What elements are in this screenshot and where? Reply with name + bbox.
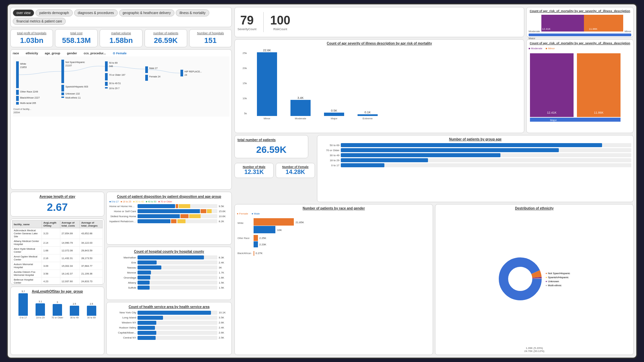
table-row: Albany Medical Center Hospital2.1414,990… <box>12 239 103 247</box>
svg-text:Spanish/Hispanic 603: Spanish/Hispanic 603 <box>65 85 88 88</box>
vert-bar-fill <box>70 306 79 315</box>
svg-text:3.4K: 3.4K <box>298 96 304 100</box>
bar-value: 2.4K <box>219 326 229 329</box>
vert-bar-label: 70 or Older <box>51 316 63 319</box>
bar-track <box>138 276 217 280</box>
bar-label: Monroe <box>109 271 136 274</box>
disp-bar-1: Home w/ Home Health 9.5K <box>109 204 229 208</box>
right-top: 79 SeverityCount 100 RiskCount Count of … <box>234 7 634 37</box>
bottom-left: Average length of stay 2.67 facility_nam… <box>10 192 232 355</box>
bar-fill <box>138 331 156 335</box>
svg-text:Other Race 2249: Other Race 2249 <box>20 90 38 93</box>
tab-patients-demograph[interactable]: patients demograph <box>36 9 72 16</box>
total-patients-card: total number of patients 26.59K <box>234 135 308 158</box>
table-row: Alice Hyde Medical Center1.6812,072.0829… <box>12 247 103 254</box>
vert-bar-fill <box>53 304 62 316</box>
hospital-county-bar: Albany 1.5K <box>109 281 229 285</box>
hospital-county-bar: Onondaga 1.6K <box>109 276 229 280</box>
sankey-col-age: age_group <box>45 52 60 55</box>
bar-track <box>138 336 217 340</box>
bar-fill <box>138 286 150 290</box>
bar-label: 70 or Older <box>319 149 339 152</box>
left-panel: over view patients demograph diagnoses &… <box>10 7 232 355</box>
sankey-filter-gender: ⊙ Female <box>113 52 127 55</box>
bar-label: Western NY <box>109 321 136 324</box>
svg-rect-45 <box>257 52 277 116</box>
svg-text:21853: 21853 <box>20 66 27 68</box>
patient-disposition-title: Count of patient disposition by patient … <box>109 195 229 198</box>
race-gender-legend: ● Female ● Male <box>237 212 431 215</box>
svg-rect-31 <box>145 75 148 81</box>
tab-financial[interactable]: financial metrics & patient care <box>13 18 66 25</box>
avg-by-age-card: AvgLengthOfStay by age_group 5.7 0 to 17… <box>10 287 104 355</box>
eth-legend-2: ● Spanish/Hispanic <box>545 276 570 279</box>
sankey-col-ccs: ccs_procedur... <box>84 52 106 55</box>
tab-geographic[interactable]: geographic & heathcare delivery <box>119 9 174 16</box>
svg-text:20k: 20k <box>243 67 247 70</box>
vert-bar-fill <box>18 293 28 316</box>
svg-text:Black/African: Black/African <box>237 252 251 254</box>
sankey-chart: White 21853 Other Race 2249 Black/Africa… <box>13 56 229 117</box>
bar-value: 2.4K <box>219 261 229 264</box>
right-middle: Count of apr severity of illness descrip… <box>234 39 634 133</box>
vert-bar-value: 2.5 <box>90 303 93 305</box>
bar-value: 3K <box>219 266 229 269</box>
bar-track <box>138 260 217 264</box>
bar-track <box>341 163 631 167</box>
svg-text:348: 348 <box>109 65 113 67</box>
apr-risk-stacked-card: Count of apr_risk_of_mortality by apr_se… <box>526 39 634 133</box>
table-row: Adirondack Medical Center-Saranac Lake S… <box>12 228 103 239</box>
kpi-num-patients-value: 26.59K <box>148 36 184 45</box>
svg-text:5k: 5k <box>244 112 247 115</box>
patients-age-bar: 30 to 49 <box>319 153 631 157</box>
apr-severity-title: Count of apr severity of illness descrip… <box>237 42 522 45</box>
bar-fill <box>138 336 156 340</box>
svg-rect-29 <box>145 66 148 73</box>
svg-text:Major: Major <box>550 119 557 122</box>
tab-diagnoses[interactable]: diagnoses & procedures <box>74 9 118 16</box>
bar-label: Capital/Alban... <box>109 331 136 334</box>
risk-count-metric: 100 RiskCount <box>270 13 290 31</box>
svg-text:12.41K: 12.41K <box>547 111 557 114</box>
svg-text:15k: 15k <box>243 82 247 85</box>
race-gender-svg: 21.85K 10K White 2.25K 2.23K Other Race … <box>237 217 431 260</box>
patient-disposition-card: Count of patient disposition by patient … <box>106 192 232 245</box>
female-card: Number of Female 14.28K <box>276 163 315 178</box>
table-row: Bellevue Hospital Center4.2312,937.6024,… <box>12 278 103 285</box>
male-card: Number of Male 12.31K <box>234 163 274 178</box>
svg-text:24: 24 <box>184 74 187 76</box>
hospital-county-bars: Manhattan 8.3K Erie 2.4K Nassau 3K Monro… <box>109 255 229 290</box>
svg-text:25k: 25k <box>243 52 247 55</box>
svg-rect-69 <box>254 235 258 241</box>
bar-track <box>341 148 631 152</box>
ethnicity-labels: 1.39K (5.23%) 24.76K (93.12%) <box>437 347 631 353</box>
svg-rect-3 <box>16 90 19 95</box>
bar-label: Manhattan <box>109 256 136 259</box>
vert-bar: 2.5 30 to 49 <box>67 303 82 318</box>
svg-rect-27 <box>105 87 108 88</box>
bar-track <box>138 316 217 320</box>
tab-illness[interactable]: illness & mortality <box>176 9 209 16</box>
vert-bar-label: 18 to 29 <box>36 316 45 319</box>
kpi-market-volume-value: 1.58bn <box>103 36 139 45</box>
svg-rect-23 <box>105 73 108 80</box>
bar-label: New York City <box>109 311 136 314</box>
disposition-bars: Home w/ Home Health 9.5K Home or Self Ca… <box>109 204 229 223</box>
svg-rect-66 <box>254 226 275 233</box>
kpi-market-volume: market volume 1.58bn <box>100 29 142 47</box>
svg-text:10K: 10K <box>277 229 282 232</box>
hospital-county-bar: Suffolk 1.5K <box>109 286 229 290</box>
svg-rect-59 <box>577 53 621 117</box>
bar-value: 10.1K <box>219 311 229 314</box>
severity-divider <box>263 12 264 32</box>
disp-bar-4: Inpatient Rehab/center 8.2K <box>109 219 229 223</box>
disposition-legend: ■ 0 to 17 ■ 16 to 25 ■ 30 to 40 ■ 40 to … <box>109 200 229 203</box>
apr-major-bar <box>529 34 631 36</box>
hospital-county-bar: Erie 2.4K <box>109 260 229 264</box>
bar-label: Hudson Valley <box>109 326 136 329</box>
tab-overview[interactable]: over view <box>13 9 34 16</box>
bar-value: 1.5K <box>219 281 229 284</box>
risk-count-value: 100 <box>270 13 290 27</box>
apr-label-moderate: Moderate <box>529 30 540 33</box>
bar-fill <box>138 270 151 275</box>
